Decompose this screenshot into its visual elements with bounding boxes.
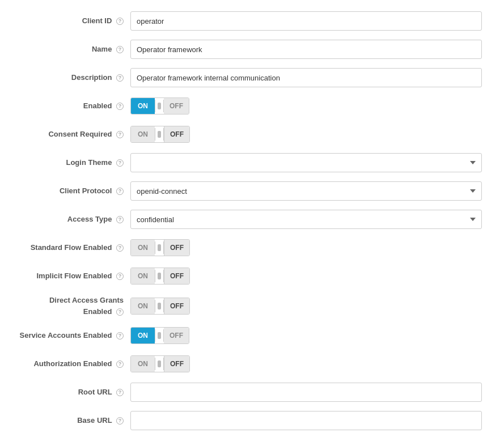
access-type-label: Access Type ? [17, 214, 130, 224]
standard-flow-enabled-help-icon[interactable]: ? [116, 244, 124, 252]
client-id-input[interactable] [130, 11, 482, 31]
access-type-group: Access Type ? confidential public bearer… [17, 210, 487, 229]
authorization-enabled-label: Authorization Enabled ? [17, 359, 130, 369]
description-group: Description ? [17, 68, 487, 87]
description-input[interactable] [130, 68, 482, 87]
login-theme-label: Login Theme ? [17, 158, 130, 168]
base-url-input[interactable] [130, 411, 482, 430]
enabled-group: Enabled ? ON OFF [17, 96, 487, 116]
consent-required-toggle-handle [155, 128, 164, 141]
authorization-enabled-toggle-handle [155, 358, 164, 370]
authorization-enabled-toggle-off: OFF [164, 356, 189, 372]
login-theme-select[interactable]: keycloak rh-sso [130, 153, 482, 172]
direct-access-grants-enabled-toggle-on: ON [131, 298, 155, 314]
enabled-label: Enabled ? [17, 101, 130, 111]
service-accounts-enabled-label: Service Accounts Enabled ? [17, 330, 130, 341]
enabled-toggle-off: OFF [164, 98, 189, 114]
service-accounts-enabled-toggle-on: ON [131, 328, 155, 343]
client-id-group: Client ID ? [17, 11, 487, 31]
service-accounts-enabled-group: Service Accounts Enabled ? ON OFF [17, 326, 487, 345]
access-type-select[interactable]: confidential public bearer-only [130, 210, 482, 229]
enabled-help-icon[interactable]: ? [116, 103, 124, 110]
description-help-icon[interactable]: ? [116, 74, 124, 82]
client-id-label: Client ID ? [17, 16, 130, 26]
name-label: Name ? [17, 44, 130, 54]
root-url-help-icon[interactable]: ? [116, 389, 124, 396]
implicit-flow-enabled-toggle-off: OFF [164, 268, 189, 284]
standard-flow-enabled-toggle-on: ON [131, 240, 155, 256]
enabled-toggle-wrapper: ON OFF [130, 97, 189, 114]
client-id-help-icon[interactable]: ? [116, 18, 124, 25]
direct-access-grants-enabled-toggle[interactable]: ON OFF [130, 298, 190, 315]
consent-required-toggle-wrapper: ON OFF [130, 126, 190, 143]
implicit-flow-enabled-group: Implicit Flow Enabled ? ON OFF [17, 266, 487, 286]
standard-flow-enabled-group: Standard Flow Enabled ? ON OFF [17, 238, 487, 257]
consent-required-toggle-off: OFF [164, 126, 189, 142]
direct-access-grants-enabled-toggle-off: OFF [164, 298, 189, 314]
standard-flow-enabled-toggle-handle [155, 241, 164, 254]
client-protocol-label: Client Protocol ? [17, 186, 130, 196]
enabled-toggle-handle [155, 100, 164, 112]
standard-flow-enabled-toggle[interactable]: ON OFF [130, 239, 190, 256]
client-protocol-help-icon[interactable]: ? [116, 188, 124, 195]
name-help-icon[interactable]: ? [116, 46, 124, 53]
access-type-help-icon[interactable]: ? [116, 216, 124, 223]
standard-flow-enabled-toggle-off: OFF [164, 240, 189, 256]
direct-access-grants-enabled-help-icon[interactable]: ? [116, 308, 124, 316]
service-accounts-enabled-toggle[interactable]: ON OFF [130, 327, 189, 344]
enabled-toggle-on: ON [131, 98, 155, 114]
name-group: Name ? [17, 40, 487, 59]
login-theme-help-icon[interactable]: ? [116, 159, 124, 167]
base-url-group: Base URL ? [17, 411, 487, 430]
root-url-input[interactable] [130, 383, 482, 402]
authorization-enabled-help-icon[interactable]: ? [116, 360, 124, 368]
consent-required-help-icon[interactable]: ? [116, 131, 124, 138]
base-url-help-icon[interactable]: ? [116, 417, 124, 425]
service-accounts-enabled-toggle-off: OFF [164, 328, 189, 343]
client-protocol-group: Client Protocol ? openid-connect saml [17, 181, 487, 201]
name-input[interactable] [130, 40, 482, 59]
enabled-toggle[interactable]: ON OFF [130, 97, 189, 114]
service-accounts-enabled-toggle-wrapper: ON OFF [130, 327, 189, 344]
implicit-flow-enabled-toggle[interactable]: ON OFF [130, 268, 190, 285]
consent-required-toggle-on: ON [131, 126, 155, 142]
authorization-enabled-toggle-on: ON [131, 356, 155, 372]
client-protocol-select[interactable]: openid-connect saml [130, 181, 482, 201]
consent-required-group: Consent Required ? ON OFF [17, 125, 487, 144]
implicit-flow-enabled-toggle-handle [155, 270, 164, 282]
standard-flow-enabled-toggle-wrapper: ON OFF [130, 239, 190, 256]
implicit-flow-enabled-toggle-on: ON [131, 268, 155, 284]
service-accounts-enabled-help-icon[interactable]: ? [116, 332, 124, 340]
login-theme-group: Login Theme ? keycloak rh-sso [17, 153, 487, 172]
description-label: Description ? [17, 73, 130, 83]
base-url-label: Base URL ? [17, 415, 130, 426]
direct-access-grants-enabled-toggle-wrapper: ON OFF [130, 298, 190, 315]
implicit-flow-enabled-toggle-wrapper: ON OFF [130, 268, 190, 285]
authorization-enabled-group: Authorization Enabled ? ON OFF [17, 354, 487, 374]
root-url-group: Root URL ? [17, 383, 487, 402]
service-accounts-enabled-toggle-handle [155, 329, 164, 342]
implicit-flow-enabled-label: Implicit Flow Enabled ? [17, 271, 130, 281]
direct-access-grants-enabled-group: Direct Access Grants Enabled ? ON OFF [17, 295, 487, 317]
implicit-flow-enabled-help-icon[interactable]: ? [116, 273, 124, 280]
authorization-enabled-toggle-wrapper: ON OFF [130, 355, 190, 372]
consent-required-label: Consent Required ? [17, 129, 130, 139]
consent-required-toggle[interactable]: ON OFF [130, 126, 190, 143]
authorization-enabled-toggle[interactable]: ON OFF [130, 355, 190, 372]
direct-access-grants-enabled-label: Direct Access Grants Enabled ? [17, 295, 130, 317]
root-url-label: Root URL ? [17, 387, 130, 397]
direct-access-grants-enabled-toggle-handle [155, 300, 164, 312]
standard-flow-enabled-label: Standard Flow Enabled ? [17, 243, 130, 253]
